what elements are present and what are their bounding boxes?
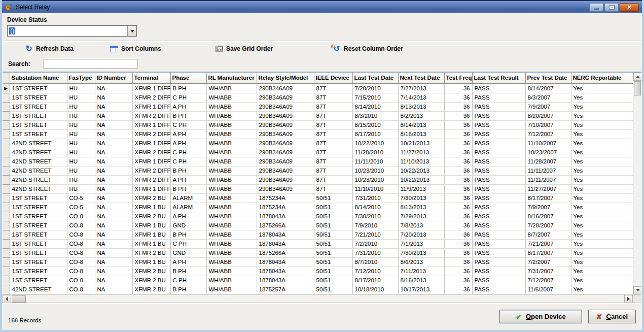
row-selector[interactable] bbox=[3, 212, 10, 221]
row-selector[interactable] bbox=[3, 148, 10, 157]
table-row[interactable]: 1ST STREETHUNAXFMR 1 DIFFA PHWH/ABB290B3… bbox=[3, 102, 633, 111]
row-selector[interactable] bbox=[3, 285, 10, 294]
refresh-data-button[interactable]: ↻ Refresh Data bbox=[25, 45, 74, 53]
row-selector[interactable] bbox=[3, 157, 10, 166]
column-header[interactable]: ID Number bbox=[95, 73, 132, 83]
scroll-left-button[interactable] bbox=[3, 295, 11, 303]
cell: CO-8 bbox=[67, 285, 95, 294]
table-row[interactable]: 42ND STREETHUNAXFMR 2 DIFFA PHWH/ABB290B… bbox=[3, 175, 633, 184]
table-row[interactable]: 1ST STREETCO-8NAXFMR 1 BUGNDWH/ABB187526… bbox=[3, 221, 633, 230]
minimize-button[interactable] bbox=[589, 3, 603, 12]
row-selector[interactable] bbox=[3, 102, 10, 111]
cell: 7/30/2013 bbox=[398, 193, 444, 203]
row-selector[interactable] bbox=[3, 166, 10, 175]
column-header[interactable]: FasType bbox=[67, 73, 95, 83]
device-status-dropdown-button[interactable] bbox=[127, 26, 136, 36]
table-row[interactable]: 42ND STREETHUNAXFMR 1 DIFFA PHWH/ABB290B… bbox=[3, 139, 633, 148]
sort-columns-button[interactable]: Sort Columns bbox=[110, 45, 161, 53]
row-selector[interactable] bbox=[3, 257, 10, 267]
vertical-scrollbar[interactable] bbox=[633, 73, 641, 294]
cell: 87T bbox=[314, 111, 352, 120]
open-device-button[interactable]: ✔ Open Device bbox=[499, 310, 582, 323]
search-input[interactable] bbox=[44, 59, 137, 69]
table-row[interactable]: ▶1ST STREETHUNAXFMR 1 DIFFB PHWH/ABB290B… bbox=[3, 83, 633, 93]
row-selector[interactable] bbox=[3, 93, 10, 102]
row-selector[interactable] bbox=[3, 111, 10, 120]
horizontal-scrollbar[interactable] bbox=[3, 295, 633, 303]
cancel-button[interactable]: ✘ Cancel bbox=[588, 310, 636, 323]
table-row[interactable]: 1ST STREETHUNAXFMR 2 DIFFC PHWH/ABB290B3… bbox=[3, 93, 633, 102]
cell: 290B346A09 bbox=[257, 139, 314, 148]
cell: PASS bbox=[472, 230, 525, 239]
column-header[interactable]: Last Test Date bbox=[352, 73, 398, 83]
row-selector[interactable] bbox=[3, 120, 10, 129]
table-row[interactable]: 42ND STREETHUNAXFMR 1 DIFFB PHWH/ABB290B… bbox=[3, 184, 633, 193]
save-grid-order-button[interactable]: Save Grid Order bbox=[215, 45, 273, 53]
row-selector[interactable]: ▶ bbox=[3, 83, 10, 93]
column-header[interactable]: Prev Test Date bbox=[525, 73, 571, 83]
column-header[interactable]: Phase bbox=[170, 73, 206, 83]
column-header[interactable]: RL Manufacturer bbox=[206, 73, 257, 83]
vertical-scroll-track[interactable] bbox=[633, 96, 641, 286]
column-header[interactable]: NERC Reportable bbox=[571, 73, 633, 83]
row-selector[interactable] bbox=[3, 267, 10, 276]
scroll-down-button[interactable] bbox=[633, 286, 641, 294]
scroll-up-button[interactable] bbox=[633, 73, 641, 81]
row-selector[interactable] bbox=[3, 184, 10, 193]
table-row[interactable]: 1ST STREETCO-5NAXFMR 1 BUALARMWH/ABB1875… bbox=[3, 203, 633, 212]
cell: GND bbox=[170, 221, 206, 230]
table-row[interactable]: 1ST STREETHUNAXFMR 2 DIFFB PHWH/ABB290B3… bbox=[3, 111, 633, 120]
save-disk-icon bbox=[216, 46, 223, 52]
column-header[interactable]: Test Freq bbox=[444, 73, 472, 83]
row-selector[interactable] bbox=[3, 193, 10, 203]
cell: 7/20/2013 bbox=[398, 230, 444, 239]
row-selector[interactable] bbox=[3, 230, 10, 239]
table-row[interactable]: 1ST STREETCO-5NAXFMR 2 BUALARMWH/ABB1875… bbox=[3, 193, 633, 203]
column-header[interactable]: Terminal bbox=[132, 73, 170, 83]
cell: 10/23/2010 bbox=[352, 166, 398, 175]
vertical-scroll-thumb[interactable] bbox=[634, 81, 641, 95]
table-row[interactable]: 1ST STREETCO-8NAXFMR 1 BUC PHWH/ABB18780… bbox=[3, 239, 633, 248]
row-selector[interactable] bbox=[3, 139, 10, 148]
table-row[interactable]: 42ND STREETHUNAXFMR 2 DIFFB PHWH/ABB290B… bbox=[3, 166, 633, 175]
row-selector[interactable] bbox=[3, 248, 10, 257]
row-selector[interactable] bbox=[3, 239, 10, 248]
horizontal-scroll-thumb[interactable] bbox=[12, 295, 26, 303]
horizontal-scroll-track[interactable] bbox=[26, 295, 624, 303]
table-row[interactable]: 1ST STREETHUNAXFMR 1 DIFFC PHWH/ABB290B3… bbox=[3, 120, 633, 129]
cell: PASS bbox=[472, 257, 525, 267]
column-header[interactable]: IEEE Device bbox=[314, 73, 352, 83]
table-row[interactable]: 1ST STREETCO-8NAXFMR 2 BUA PHWH/ABB18780… bbox=[3, 212, 633, 221]
cell: WH/ABB bbox=[206, 239, 257, 248]
column-header[interactable]: Relay Style/Model bbox=[257, 73, 314, 83]
close-button[interactable]: ✕ bbox=[620, 3, 639, 12]
table-row[interactable]: 1ST STREETCO-8NAXFMR 2 BUB PHWH/ABB18780… bbox=[3, 267, 633, 276]
table-row[interactable]: 42ND STREETHUNAXFMR 2 DIFFC PHWH/ABB290B… bbox=[3, 148, 633, 157]
table-row[interactable]: 1ST STREETCO-8NAXFMR 2 BUC PHWH/ABB18780… bbox=[3, 276, 633, 285]
cell: Yes bbox=[571, 83, 633, 93]
row-selector[interactable] bbox=[3, 203, 10, 212]
cell: 42ND STREET bbox=[10, 157, 67, 166]
device-status-dropdown[interactable]: () bbox=[7, 25, 137, 37]
cell: PASS bbox=[472, 239, 525, 248]
row-selector[interactable] bbox=[3, 129, 10, 139]
search-row: Search: bbox=[2, 57, 642, 71]
row-selector[interactable] bbox=[3, 221, 10, 230]
cell: 36 bbox=[444, 212, 472, 221]
table-row[interactable]: 42ND STREETHUNAXFMR 1 DIFFC PHWH/ABB290B… bbox=[3, 157, 633, 166]
cell: 87T bbox=[314, 83, 352, 93]
table-row[interactable]: 1ST STREETCO-8NAXFMR 2 BUGNDWH/ABB187526… bbox=[3, 248, 633, 257]
scroll-right-button[interactable] bbox=[624, 295, 633, 303]
cell: XFMR 2 DIFF bbox=[132, 93, 170, 102]
column-header[interactable]: Substation Name bbox=[10, 73, 67, 83]
column-header[interactable]: Last Test Result bbox=[472, 73, 525, 83]
table-row[interactable]: 1ST STREETHUNAXFMR 2 DIFFA PHWH/ABB290B3… bbox=[3, 129, 633, 139]
table-row[interactable]: 1ST STREETCO-8NAXFMR 1 BUA PHWH/ABB18780… bbox=[3, 257, 633, 267]
table-row[interactable]: 42ND STREETCO-8NAXFMR 2 BUB PHWH/ABB1875… bbox=[3, 285, 633, 294]
row-selector[interactable] bbox=[3, 175, 10, 184]
column-header[interactable]: Next Test Date bbox=[398, 73, 444, 83]
row-selector[interactable] bbox=[3, 276, 10, 285]
reset-column-order-button[interactable]: ↺ Reset Column Order bbox=[333, 45, 403, 53]
table-row[interactable]: 1ST STREETCO-8NAXFMR 1 BUB PHWH/ABB18780… bbox=[3, 230, 633, 239]
maximize-button[interactable] bbox=[604, 3, 619, 12]
